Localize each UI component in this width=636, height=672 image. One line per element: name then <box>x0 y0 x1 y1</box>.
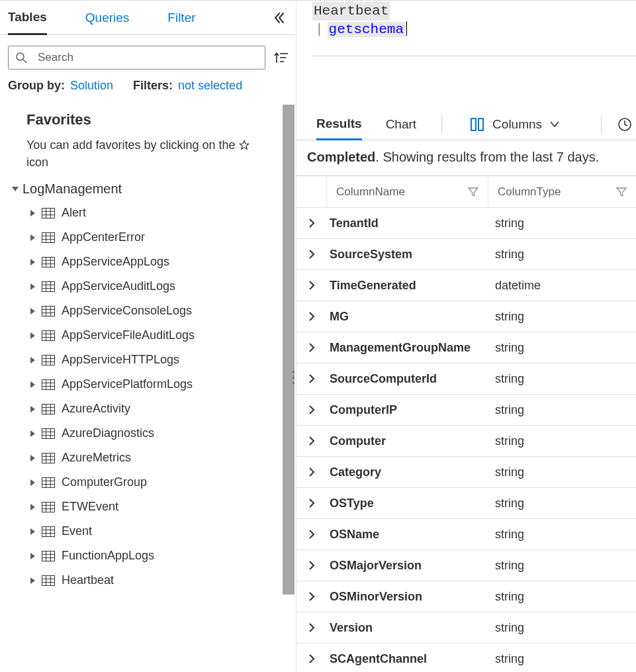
caret-right-icon <box>30 234 35 241</box>
table-icon <box>42 428 55 439</box>
columns-button[interactable]: Columns <box>470 117 559 132</box>
table-item[interactable]: Event <box>30 519 281 544</box>
cell-columntype: string <box>488 372 636 386</box>
table-row[interactable]: ManagementGroupName string <box>296 332 636 363</box>
panel-resize-handle[interactable] <box>293 371 298 384</box>
table-icon <box>42 453 55 463</box>
table-icon <box>42 526 55 537</box>
cell-columntype: string <box>488 216 636 230</box>
table-item[interactable]: AppServiceHTTPLogs <box>30 348 281 372</box>
caret-right-icon <box>30 259 35 265</box>
table-item-label: Alert <box>62 206 86 220</box>
table-item[interactable]: AppServicePlatformLogs <box>30 372 281 397</box>
row-expand[interactable] <box>296 654 327 663</box>
row-expand[interactable] <box>296 467 327 477</box>
table-row[interactable]: OSMinorVersion string <box>296 581 636 612</box>
table-row[interactable]: OSMajorVersion string <box>296 550 636 581</box>
table-row[interactable]: OSType string <box>296 488 636 519</box>
chevron-right-icon <box>308 250 316 259</box>
scrollbar-thumb[interactable] <box>283 105 295 595</box>
th-columntype[interactable]: ColumnType <box>488 176 636 207</box>
table-item-label: AppServiceAppLogs <box>62 255 169 269</box>
table-item[interactable]: ETWEvent <box>30 495 281 519</box>
filter-icon[interactable] <box>616 187 627 197</box>
sort-button[interactable] <box>273 51 288 64</box>
group-logmanagement[interactable]: LogManagement <box>12 177 281 201</box>
table-icon <box>42 232 55 243</box>
row-expand[interactable] <box>296 374 327 383</box>
th-columnname-label: ColumnName <box>336 185 405 199</box>
table-row[interactable]: ComputerIP string <box>296 395 636 426</box>
tab-queries[interactable]: Queries <box>85 1 130 35</box>
row-expand[interactable] <box>296 499 327 508</box>
row-expand[interactable] <box>296 281 327 290</box>
table-item[interactable]: AppServiceAppLogs <box>30 250 281 274</box>
columns-icon <box>470 117 484 132</box>
row-expand[interactable] <box>296 436 327 446</box>
chevron-right-icon <box>308 218 316 228</box>
query-editor[interactable]: Heartbeat |getschema <box>296 0 636 101</box>
row-expand[interactable] <box>296 250 327 259</box>
table-row[interactable]: TenantId string <box>296 208 636 239</box>
table-item[interactable]: AzureDiagnostics <box>30 421 281 446</box>
filter-icon[interactable] <box>468 187 478 197</box>
table-row[interactable]: OSName string <box>296 519 636 550</box>
table-item[interactable]: AppServiceConsoleLogs <box>30 299 281 323</box>
groupby-value[interactable]: Solution <box>70 79 113 93</box>
svg-rect-86 <box>478 119 483 130</box>
table-item[interactable]: FunctionAppLogs <box>30 544 281 568</box>
table-item[interactable]: AzureActivity <box>30 397 281 421</box>
caret-right-icon <box>30 332 35 339</box>
search-input[interactable] <box>36 50 258 65</box>
tab-tables[interactable]: Tables <box>8 1 47 35</box>
status-completed: Completed <box>307 150 375 164</box>
table-item[interactable]: AzureMetrics <box>30 446 281 470</box>
chevron-right-icon <box>308 281 316 290</box>
search-box[interactable] <box>8 46 265 70</box>
th-columnname[interactable]: ColumnName <box>327 176 488 207</box>
table-row[interactable]: SourceSystem string <box>296 239 636 270</box>
table-row[interactable]: SourceComputerId string <box>296 363 636 395</box>
table-item[interactable]: ComputerGroup <box>30 470 281 495</box>
table-item[interactable]: AppCenterError <box>30 225 281 250</box>
caret-right-icon <box>30 577 35 584</box>
row-expand[interactable] <box>296 561 327 570</box>
tab-results[interactable]: Results <box>316 109 362 140</box>
row-expand[interactable] <box>296 592 327 601</box>
table-item[interactable]: AppServiceAuditLogs <box>30 274 281 299</box>
table-item[interactable]: Alert <box>30 201 281 225</box>
cell-columnname: TenantId <box>327 216 488 230</box>
tab-chart[interactable]: Chart <box>386 109 416 140</box>
table-row[interactable]: TimeGenerated datetime <box>296 270 636 301</box>
caret-right-icon <box>30 283 35 290</box>
main-panel: Heartbeat |getschema Results Chart Colum… <box>296 0 636 672</box>
cell-columntype: string <box>488 465 636 479</box>
cell-columnname: Computer <box>327 434 488 448</box>
time-range-button[interactable] <box>601 115 632 134</box>
table-row[interactable]: Version string <box>296 612 636 644</box>
svg-rect-40 <box>42 379 55 389</box>
svg-rect-60 <box>42 477 55 487</box>
table-row[interactable]: MG string <box>296 301 636 332</box>
favorites-heading: Favorites <box>19 102 281 134</box>
table-item[interactable]: Heartbeat <box>30 568 281 593</box>
row-expand[interactable] <box>296 343 327 352</box>
cell-columnname: TimeGenerated <box>327 279 488 293</box>
collapse-panel-button[interactable] <box>273 1 285 34</box>
row-expand[interactable] <box>296 405 327 414</box>
chevron-right-icon <box>308 436 316 446</box>
table-item-label: ComputerGroup <box>62 475 147 489</box>
row-expand[interactable] <box>296 312 327 321</box>
cell-columntype: string <box>488 590 636 604</box>
row-expand[interactable] <box>296 623 327 632</box>
table-row[interactable]: SCAgentChannel string <box>296 644 636 672</box>
table-row[interactable]: Category string <box>296 457 636 488</box>
table-item[interactable]: AppServiceFileAuditLogs <box>30 323 281 348</box>
table-row[interactable]: Computer string <box>296 426 636 457</box>
tab-filter[interactable]: Filter <box>167 1 195 35</box>
row-expand[interactable] <box>296 218 327 228</box>
row-expand[interactable] <box>296 530 327 539</box>
table-item-label: Event <box>62 524 92 538</box>
results-table: ColumnName ColumnType TenantId string So… <box>296 175 636 672</box>
filters-value[interactable]: not selected <box>178 79 242 93</box>
